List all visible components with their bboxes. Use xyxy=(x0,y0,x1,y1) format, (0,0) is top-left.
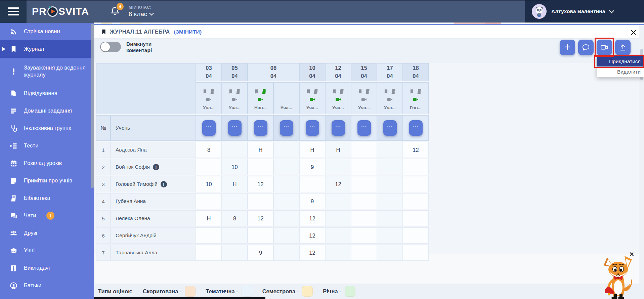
grade-cell[interactable] xyxy=(299,176,325,192)
grade-cell[interactable]: 10 xyxy=(222,159,248,175)
sidebar-item-12[interactable]: Друзі xyxy=(0,224,94,242)
grade-cell[interactable] xyxy=(377,159,403,175)
grade-cell[interactable] xyxy=(377,193,403,209)
student-name-cell[interactable]: Войтюк Софія! xyxy=(111,159,196,175)
grade-cell[interactable] xyxy=(325,245,351,261)
dropdown-item-delete[interactable]: Видалити xyxy=(597,67,644,77)
grade-cell[interactable] xyxy=(377,210,403,226)
grade-cell[interactable] xyxy=(325,210,351,226)
grade-cell[interactable] xyxy=(403,193,429,209)
disable-comments-toggle[interactable] xyxy=(100,42,121,52)
grade-cell[interactable] xyxy=(351,245,377,261)
student-name-cell[interactable]: Тарнавська Алла xyxy=(111,245,196,261)
grade-cell[interactable] xyxy=(351,176,377,192)
grade-cell[interactable] xyxy=(403,245,429,261)
grade-cell[interactable] xyxy=(325,193,351,209)
prosvita-logo[interactable]: PR SVITA xyxy=(32,6,89,17)
grade-cell[interactable]: 12 xyxy=(403,142,429,158)
grade-cell[interactable] xyxy=(196,193,222,209)
sidebar-item-10[interactable]: Бібліотека xyxy=(0,189,94,207)
grade-cell[interactable]: 12 xyxy=(325,176,351,192)
sidebar-item-5[interactable]: Домашні завдання xyxy=(0,102,94,120)
column-menu-button[interactable]: ... xyxy=(409,120,423,136)
grade-cell[interactable]: Н xyxy=(325,142,351,158)
grade-cell[interactable] xyxy=(222,227,248,244)
sidebar-item-6[interactable]: Інклюзивна группа xyxy=(0,120,94,137)
grade-cell[interactable] xyxy=(351,227,377,244)
my-class-selector[interactable]: МІЙ КЛАС: 6 клас xyxy=(129,5,154,18)
grade-cell[interactable] xyxy=(222,142,248,158)
grade-cell[interactable] xyxy=(273,245,299,261)
grade-cell[interactable] xyxy=(196,227,222,244)
grade-cell[interactable] xyxy=(403,176,429,192)
notifications-bell-button[interactable]: 4 xyxy=(110,5,121,17)
grade-cell[interactable] xyxy=(196,245,222,261)
grade-cell[interactable]: Н xyxy=(222,176,248,192)
sidebar-item-13[interactable]: Учні xyxy=(0,242,94,259)
comments-button[interactable] xyxy=(578,40,594,55)
student-name-cell[interactable]: Авдєєва Яна xyxy=(111,142,196,158)
grade-cell[interactable] xyxy=(377,227,403,244)
sidebar-item-11[interactable]: Чати1 xyxy=(0,207,94,224)
sidebar-scrollbar[interactable] xyxy=(91,24,94,188)
grade-cell[interactable] xyxy=(248,193,273,209)
grade-cell[interactable] xyxy=(273,159,299,175)
student-name-cell[interactable]: Сергійчук Андрій xyxy=(111,227,196,244)
grade-cell[interactable]: Н xyxy=(248,142,273,158)
grade-cell[interactable] xyxy=(273,142,299,158)
column-menu-button[interactable]: ... xyxy=(332,120,345,136)
sidebar-item-1[interactable]: Стрічка новин xyxy=(0,23,94,40)
grade-cell[interactable] xyxy=(351,159,377,175)
sidebar-item-8[interactable]: Розклад уроків xyxy=(0,155,94,172)
grade-cell[interactable]: 12 xyxy=(299,245,325,261)
grade-cell[interactable] xyxy=(325,227,351,244)
user-menu[interactable]: Алтухова Валентина xyxy=(525,0,644,23)
column-menu-button[interactable]: ... xyxy=(228,120,242,136)
column-menu-button[interactable]: ... xyxy=(306,120,319,136)
column-menu-button[interactable]: ... xyxy=(383,120,397,136)
sidebar-item-2[interactable]: Журнал xyxy=(0,40,94,58)
sidebar-item-9[interactable]: Примітки про учнів xyxy=(0,172,94,189)
grade-cell[interactable]: 9 xyxy=(299,159,325,175)
column-menu-button[interactable]: ... xyxy=(280,120,293,136)
grade-cell[interactable] xyxy=(403,210,429,226)
grade-cell[interactable] xyxy=(351,210,377,226)
video-call-button[interactable] xyxy=(597,40,612,55)
grade-cell[interactable]: 8 xyxy=(222,210,248,226)
column-menu-button[interactable]: ... xyxy=(202,120,216,136)
grade-cell[interactable]: Н xyxy=(299,142,325,158)
grade-cell[interactable] xyxy=(325,159,351,175)
change-journal-link[interactable]: (ЗМІНИТИ) xyxy=(174,29,202,35)
grade-cell[interactable]: Н xyxy=(196,210,222,226)
grade-cell[interactable] xyxy=(351,142,377,158)
grade-cell[interactable]: 12 xyxy=(248,176,273,192)
grade-cell[interactable] xyxy=(248,159,273,175)
grade-cell[interactable]: 10 xyxy=(196,176,222,192)
student-name-cell[interactable]: Лелека Олена xyxy=(111,210,196,226)
grade-cell[interactable] xyxy=(377,245,403,261)
column-menu-button[interactable]: ... xyxy=(357,120,371,136)
grade-cell[interactable]: 9 xyxy=(248,245,273,261)
fullscreen-expand-button[interactable] xyxy=(630,29,638,37)
sidebar-item-15[interactable]: Батьки xyxy=(0,277,94,294)
grade-cell[interactable] xyxy=(273,210,299,226)
grade-cell[interactable] xyxy=(248,227,273,244)
grade-cell[interactable]: 12 xyxy=(248,210,273,226)
grade-cell[interactable]: 8 xyxy=(196,142,222,158)
grade-cell[interactable] xyxy=(222,193,248,209)
grade-cell[interactable] xyxy=(273,227,299,244)
grade-cell[interactable] xyxy=(196,159,222,175)
grade-cell[interactable]: 12 xyxy=(299,227,325,244)
sidebar-item-7[interactable]: Тести xyxy=(0,137,94,155)
sidebar-item-3[interactable]: Зауваження до ведення журналу xyxy=(0,58,94,85)
add-column-button[interactable]: + xyxy=(560,40,575,55)
grade-cell[interactable] xyxy=(351,193,377,209)
sidebar-item-14[interactable]: Викладачі xyxy=(0,259,94,277)
column-menu-button[interactable]: ... xyxy=(254,120,267,136)
grade-cell[interactable] xyxy=(377,176,403,192)
grade-cell[interactable] xyxy=(222,245,248,261)
grade-cell[interactable]: 9 xyxy=(299,193,325,209)
student-name-cell[interactable]: Губеня Анна xyxy=(111,193,196,209)
grade-cell[interactable] xyxy=(403,159,429,175)
grade-cell[interactable] xyxy=(403,227,429,244)
